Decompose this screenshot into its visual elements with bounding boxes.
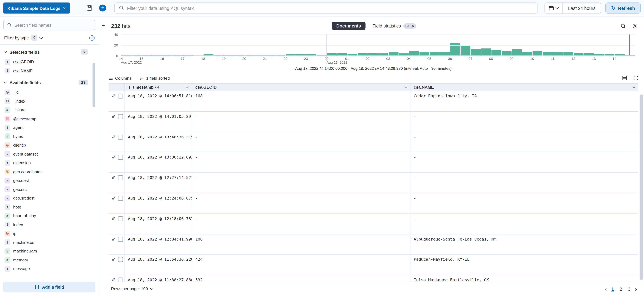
histogram-bar[interactable]	[337, 53, 347, 55]
histogram-bar[interactable]	[594, 54, 604, 55]
add-filter-button[interactable]: +	[98, 3, 108, 13]
field-item[interactable]: ⊙_id	[3, 88, 96, 97]
histogram-bar[interactable]	[553, 52, 563, 55]
field-item[interactable]: ⊙_index	[3, 97, 96, 105]
histogram-bar[interactable]	[584, 53, 594, 55]
table-row[interactable]: Aug 18, 2022 @ 12:18:06.737--	[109, 214, 638, 234]
tab-documents[interactable]: Documents	[332, 22, 366, 30]
row-checkbox[interactable]	[118, 134, 123, 139]
histogram-bar[interactable]	[522, 52, 532, 55]
expand-row-icon[interactable]	[112, 257, 116, 262]
column-menu-chevron-icon[interactable]	[186, 85, 189, 88]
histogram-bar[interactable]	[255, 55, 264, 55]
histogram-bar[interactable]	[152, 55, 162, 55]
histogram-bar[interactable]	[450, 43, 460, 55]
expand-row-icon[interactable]	[112, 196, 116, 200]
histogram-bar[interactable]	[542, 52, 552, 55]
table-row[interactable]: Aug 18, 2022 @ 14:06:51.816168Cedar Rapi…	[109, 91, 638, 112]
field-item[interactable]: textension	[3, 159, 96, 167]
histogram-bar[interactable]	[614, 54, 624, 55]
histogram-bar[interactable]	[347, 54, 357, 55]
available-fields-accordion[interactable]: Available fields 29	[4, 80, 94, 85]
row-checkbox[interactable]	[118, 175, 123, 180]
histogram-bar[interactable]	[388, 52, 398, 55]
histogram-bar[interactable]	[358, 53, 368, 55]
expand-row-icon[interactable]	[112, 134, 116, 139]
histogram-bar[interactable]	[481, 48, 491, 55]
field-item[interactable]: ipclientip	[3, 141, 96, 150]
histogram-bar[interactable]	[234, 55, 244, 55]
data-view-picker[interactable]: Kibana Sample Data Logs	[3, 2, 70, 14]
field-item[interactable]: kevent.dataset	[3, 150, 96, 158]
next-page-icon[interactable]: ›	[634, 286, 638, 292]
field-item[interactable]: #machine.ram	[3, 247, 96, 256]
field-item[interactable]: kgeo.src	[3, 185, 96, 194]
grid-scrollbar[interactable]	[640, 94, 643, 280]
histogram-bar[interactable]	[491, 50, 501, 55]
table-row[interactable]: Aug 18, 2022 @ 13:46:36.315--	[109, 132, 638, 152]
expand-row-icon[interactable]	[112, 114, 116, 119]
histogram-bar[interactable]	[172, 55, 182, 55]
expand-row-icon[interactable]	[112, 216, 116, 221]
field-item[interactable]: thost	[3, 203, 96, 212]
filter-by-type-button[interactable]: Filter by type 0 i	[0, 34, 99, 45]
histogram-bar[interactable]	[430, 52, 440, 55]
field-item[interactable]: tcsa.NAME	[3, 66, 96, 75]
histogram-bar[interactable]	[296, 54, 306, 55]
table-row[interactable]: Aug 18, 2022 @ 14:01:05.297--	[109, 112, 638, 132]
column-header-csa-name[interactable]: csa.NAME	[410, 84, 638, 91]
table-row[interactable]: Aug 18, 2022 @ 12:27:14.527--	[109, 173, 638, 193]
histogram-bar[interactable]	[532, 51, 542, 55]
column-menu-chevron-icon[interactable]	[404, 85, 407, 88]
saved-query-icon[interactable]	[85, 3, 95, 13]
table-row[interactable]: Aug 18, 2022 @ 12:04:41.998106Albuquerqu…	[109, 234, 638, 255]
expand-row-icon[interactable]	[112, 237, 116, 241]
histogram-bar[interactable]	[563, 52, 573, 55]
histogram-bar[interactable]	[142, 55, 152, 55]
add-field-button[interactable]: Add a field	[3, 282, 96, 293]
page-button-3[interactable]: 3	[626, 285, 632, 293]
histogram-bar[interactable]	[471, 49, 481, 55]
field-item[interactable]: ipip	[3, 229, 96, 238]
expand-row-icon[interactable]	[112, 155, 116, 159]
histogram-bar[interactable]	[183, 55, 193, 55]
histogram-bar[interactable]	[368, 53, 378, 55]
histogram-bar[interactable]	[327, 53, 336, 55]
sort-fields-button[interactable]: 1 field sorted	[140, 76, 170, 80]
histogram-bar[interactable]	[378, 53, 388, 55]
display-density-icon[interactable]	[622, 76, 627, 80]
column-header-timestamp[interactable]: ↓ timestamp	[124, 84, 192, 91]
table-row[interactable]: Aug 18, 2022 @ 12:24:06.875--	[109, 193, 638, 214]
row-checkbox[interactable]	[118, 216, 123, 221]
expand-row-icon[interactable]	[112, 175, 116, 180]
date-quick-menu-button[interactable]	[545, 3, 563, 13]
histogram-bar[interactable]	[275, 55, 285, 55]
columns-button[interactable]: Columns	[109, 76, 132, 80]
field-search-input[interactable]	[14, 23, 92, 27]
refresh-button[interactable]: ↻ Refresh	[605, 2, 641, 14]
sidebar-scrollbar[interactable]	[92, 63, 95, 107]
column-menu-chevron-icon[interactable]	[632, 85, 635, 88]
histogram-bar[interactable]	[224, 55, 234, 55]
histogram-bar[interactable]	[121, 55, 131, 55]
info-icon[interactable]: i	[89, 35, 95, 40]
histogram-bar[interactable]	[244, 55, 254, 55]
histogram-bar[interactable]	[502, 51, 512, 55]
histogram-bar[interactable]	[409, 51, 419, 55]
collapse-sidebar-icon[interactable]	[100, 23, 105, 28]
field-item[interactable]: tcsa.GEOID	[3, 57, 96, 66]
histogram-bar[interactable]	[162, 55, 172, 55]
histogram-bar[interactable]	[419, 52, 429, 55]
field-item[interactable]: tagent	[3, 123, 96, 132]
page-button-2[interactable]: 2	[618, 285, 624, 293]
expand-row-icon[interactable]	[112, 278, 116, 282]
row-checkbox[interactable]	[118, 257, 123, 262]
inspect-icon[interactable]	[620, 23, 626, 28]
field-item[interactable]: #bytes	[3, 132, 96, 141]
row-checkbox[interactable]	[118, 237, 123, 242]
row-checkbox[interactable]	[118, 278, 123, 282]
time-range-button[interactable]: Last 24 hours	[563, 5, 601, 10]
table-row[interactable]: Aug 18, 2022 @ 11:38:27.886532Tulsa-Musk…	[109, 275, 638, 282]
field-item[interactable]: tmessage	[3, 265, 96, 273]
table-row[interactable]: Aug 18, 2022 @ 13:36:12.692--	[109, 152, 638, 173]
